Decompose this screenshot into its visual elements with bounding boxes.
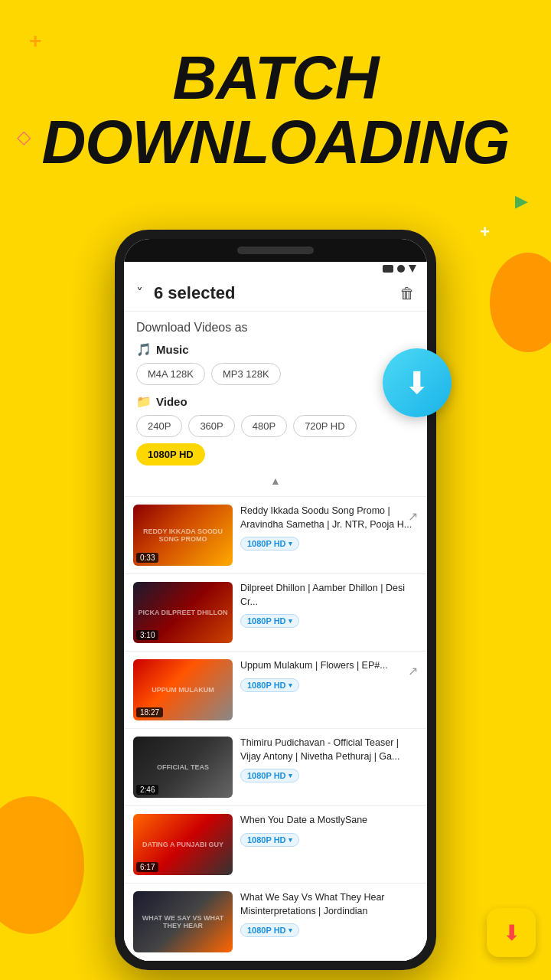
video-title-2: Uppum Mulakum | Flowers | EP#...	[240, 659, 418, 673]
music-icon: 🎵	[136, 342, 152, 357]
hero-title-text: BATCH DOWNLOADING	[0, 46, 551, 175]
video-info-1: Dilpreet Dhillon | Aamber Dhillon | Desi…	[240, 582, 418, 628]
status-signal-icon	[409, 265, 416, 273]
music-label-text: Music	[156, 343, 189, 356]
header-left: ˅ 6 selected	[136, 283, 235, 303]
video-quality-tag-0[interactable]: 1080P HD ▾	[240, 537, 299, 550]
video-thumb-5: WHAT WE SAY VS WHAT THEY HEAR	[133, 891, 233, 952]
video-info-5: What We Say Vs What They Hear Misinterpr…	[240, 891, 418, 937]
video-info-2: Uppum Mulakum | Flowers | EP#...1080P HD…	[240, 659, 418, 692]
video-quality-tag-2[interactable]: 1080P HD ▾	[240, 678, 299, 692]
music-quality-row: M4A 128K MP3 128K	[136, 363, 415, 385]
deco-blob-orange-right	[490, 253, 551, 352]
quality-dropdown-arrow: ▾	[289, 772, 292, 779]
video-thumb-3: OFFICIAL TEAS2:46	[133, 737, 233, 798]
video-title-4: When You Date a MostlySane	[240, 814, 418, 828]
video-info-4: When You Date a MostlySane1080P HD ▾	[240, 814, 418, 847]
video-list-item: OFFICIAL TEAS2:46Thimiru Pudichavan - Of…	[124, 729, 427, 806]
video-quality-row: 240P 360P 480P 720P HD 1080P HD	[136, 415, 415, 466]
video-list: REDDY IKKADA SOODU SONG PROMO0:33Reddy I…	[124, 497, 427, 961]
download-fab[interactable]: ⬇	[383, 348, 452, 417]
video-thumb-4: DATING A PUNJABI GUY6:17	[133, 814, 233, 875]
video-info-3: Thimiru Pudichavan - Official Teaser | V…	[240, 737, 418, 782]
phone-body: ⬇ ˅ 6 selected 🗑 D	[115, 230, 436, 970]
video-thumb-0: REDDY IKKADA SOODU SONG PROMO0:33	[133, 505, 233, 566]
video-thumb-1: PICKA DILPREET DHILLON3:10	[133, 582, 233, 643]
video-list-item: REDDY IKKADA SOODU SONG PROMO0:33Reddy I…	[124, 497, 427, 574]
video-info-0: Reddy Ikkada Soodu Song Promo | Aravindh…	[240, 505, 418, 550]
deco-arrow-right: ▶	[515, 191, 528, 211]
video-duration-3: 2:46	[136, 785, 158, 795]
chevron-back-button[interactable]: ˅	[136, 285, 143, 302]
phone-screen: ˅ 6 selected 🗑 Download Videos as 🎵 Musi…	[124, 239, 427, 961]
quality-dropdown-arrow: ▾	[289, 926, 292, 934]
phone-notch	[237, 247, 314, 254]
download-fab-arrow: ⬇	[404, 368, 430, 398]
hero-title: BATCH DOWNLOADING	[0, 46, 551, 175]
app-header: ˅ 6 selected 🗑	[124, 276, 427, 312]
video-quality-tag-1[interactable]: 1080P HD ▾	[240, 614, 299, 628]
video-list-item: WHAT WE SAY VS WHAT THEY HEARWhat We Say…	[124, 884, 427, 961]
video-duration-4: 6:17	[136, 862, 158, 872]
video-title-1: Dilpreet Dhillon | Aamber Dhillon | Desi…	[240, 582, 418, 609]
trash-icon[interactable]: 🗑	[399, 285, 415, 302]
quality-dropdown-arrow: ▾	[289, 836, 292, 844]
video-duration-2: 18:27	[136, 707, 163, 717]
quality-dropdown-arrow: ▾	[289, 681, 292, 689]
panel-title: Download Videos as	[136, 321, 415, 335]
video-section-label: 📁 Video	[136, 394, 415, 409]
collapse-arrow[interactable]: ▲	[136, 475, 415, 487]
video-title-3: Thimiru Pudichavan - Official Teaser | V…	[240, 737, 418, 763]
video-360p-button[interactable]: 360P	[188, 415, 234, 437]
deco-blob-orange-bottomleft	[0, 796, 84, 934]
quality-dropdown-arrow: ▾	[289, 617, 292, 625]
video-list-item: UPPUM MULAKUM18:27Uppum Mulakum | Flower…	[124, 652, 427, 729]
phone-notch-bar	[124, 239, 427, 262]
music-m4a-128k-button[interactable]: M4A 128K	[136, 363, 205, 385]
video-quality-tag-4[interactable]: 1080P HD ▾	[240, 833, 299, 847]
share-icon-0[interactable]: ↗	[408, 509, 418, 524]
status-wifi-icon	[397, 265, 405, 273]
phone-mockup: ⬇ ˅ 6 selected 🗑 D	[115, 230, 436, 970]
quality-dropdown-arrow: ▾	[289, 540, 292, 547]
video-title-5: What We Say Vs What They Hear Misinterpr…	[240, 891, 418, 918]
music-mp3-128k-button[interactable]: MP3 128K	[211, 363, 281, 385]
deco-plus-topright: +	[480, 222, 490, 242]
video-title-0: Reddy Ikkada Soodu Song Promo | Aravindh…	[240, 505, 418, 531]
video-480p-button[interactable]: 480P	[241, 415, 287, 437]
status-battery-icon	[383, 265, 393, 273]
app-icon-download-arrow: ⬇	[503, 920, 520, 946]
video-720p-button[interactable]: 720P HD	[293, 415, 357, 437]
video-quality-tag-5[interactable]: 1080P HD ▾	[240, 923, 299, 937]
app-icon[interactable]: ⬇	[487, 908, 536, 957]
selected-count-label: 6 selected	[154, 283, 235, 303]
music-section-label: 🎵 Music	[136, 342, 415, 357]
download-options-panel: Download Videos as 🎵 Music M4A 128K MP3 …	[124, 312, 427, 497]
video-240p-button[interactable]: 240P	[136, 415, 182, 437]
video-list-item: PICKA DILPREET DHILLON3:10Dilpreet Dhill…	[124, 574, 427, 652]
video-1080p-button[interactable]: 1080P HD	[136, 443, 205, 466]
video-thumb-label-5: WHAT WE SAY VS WHAT THEY HEAR	[133, 891, 233, 952]
share-icon-2[interactable]: ↗	[408, 664, 418, 678]
video-duration-1: 3:10	[136, 630, 158, 640]
video-folder-icon: 📁	[136, 394, 152, 409]
video-thumb-2: UPPUM MULAKUM18:27	[133, 659, 233, 720]
phone-status-bar	[124, 262, 427, 276]
video-quality-tag-3[interactable]: 1080P HD ▾	[240, 769, 299, 782]
video-list-item: DATING A PUNJABI GUY6:17When You Date a …	[124, 806, 427, 884]
video-duration-0: 0:33	[136, 553, 158, 563]
video-label-text: Video	[156, 395, 187, 408]
